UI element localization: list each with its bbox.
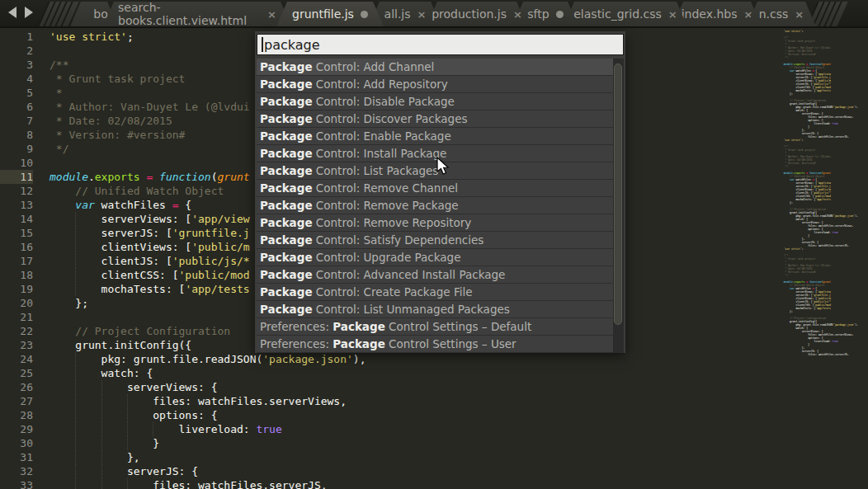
code-token: serverJS: { (50, 465, 198, 477)
code-token: 'public/m (191, 241, 249, 253)
palette-item[interactable]: Preferences: Package Control Settings – … (257, 336, 624, 353)
sublime-text-window: bosearch-books.client.view.html×gruntfil… (0, 0, 868, 489)
code-line[interactable]: 29 livereload: true (0, 422, 780, 436)
line-number: 25 (0, 366, 33, 380)
code-line[interactable]: 30 } (0, 436, 780, 450)
tab-elastic-grid-css[interactable]: elastic_grid.css× (564, 2, 687, 26)
palette-item-match: Package (260, 95, 313, 108)
palette-item-rest: Control: Upgrade Package (313, 251, 461, 264)
line-content: files: watchFiles.serverJS, (784, 353, 868, 356)
palette-item-match: Package (260, 60, 313, 73)
code-token: 'package.json' (262, 353, 353, 365)
palette-item-match: Package (260, 78, 313, 91)
palette-item[interactable]: Package Control: Enable Package (257, 128, 624, 145)
tab-bar: bosearch-books.client.view.html×gruntfil… (0, 0, 868, 28)
code-token: function (159, 171, 211, 183)
palette-item[interactable]: Package Control: List Packages (257, 162, 624, 180)
indent-guide (127, 394, 128, 408)
palette-item[interactable]: Package Control: Install Package (257, 145, 624, 162)
palette-item[interactable]: Package Control: Add Repository (257, 76, 624, 93)
palette-item-rest: Control Settings – Default (385, 320, 531, 333)
code-line[interactable]: 33 files: watchFiles.serverJS, (0, 478, 780, 489)
hidden-tabs-stack-right[interactable] (809, 2, 868, 26)
palette-item[interactable]: Package Control: Create Package File (257, 284, 624, 301)
code-line[interactable]: 26 serverViews: { (0, 380, 780, 394)
palette-item[interactable]: Package Control: List Unmanaged Packages (257, 301, 624, 318)
palette-item[interactable]: Package Control: Remove Package (257, 197, 624, 214)
command-palette-input[interactable]: package (257, 34, 624, 55)
tab-label: search-books.client.view.html (118, 1, 261, 27)
palette-item-rest: Control: Satisfy Dependencies (313, 233, 484, 247)
code-token: grunt (218, 171, 250, 183)
palette-item[interactable]: Package Control: Upgrade Package (257, 249, 624, 266)
modified-dot-icon[interactable] (361, 11, 368, 18)
tab-label: bo (93, 7, 107, 21)
palette-item-match: Package (260, 112, 313, 125)
indent-guide (75, 352, 76, 366)
code-line[interactable]: 31 }, (0, 450, 780, 464)
palette-item-match: Package (260, 303, 313, 316)
tab-index-hbs[interactable]: index.hbs× (672, 2, 762, 26)
palette-scrollbar-thumb[interactable] (614, 63, 622, 325)
line-number: 13 (0, 198, 33, 212)
minimap[interactable]: 'use strict';/** * Grunt task project * … (780, 30, 868, 489)
forward-arrow-icon[interactable] (25, 7, 33, 18)
close-icon[interactable]: × (668, 8, 677, 21)
close-icon[interactable]: × (267, 8, 276, 21)
tab-n-css[interactable]: n.css× (747, 2, 816, 26)
palette-item[interactable]: Preferences: Package Control Settings – … (257, 318, 624, 336)
code-token: true (256, 423, 281, 435)
palette-item[interactable]: Package Control: Disable Package (257, 93, 624, 110)
line-number: 26 (0, 380, 33, 394)
indent-guide (75, 254, 76, 268)
code-token: /** (50, 59, 68, 71)
code-line[interactable]: 27 files: watchFiles.serverViews, (0, 394, 780, 408)
code-line[interactable]: 24 pkg: grunt.file.readJSON('package.jso… (0, 352, 780, 366)
palette-item-rest: Control: List Packages (313, 164, 439, 177)
tab-label: all.js (384, 7, 411, 21)
palette-item-match: Package (260, 199, 313, 212)
code-token: clientViews: [ (50, 241, 191, 253)
tab-production-js[interactable]: production.js× (427, 2, 527, 26)
indent-guide (101, 478, 102, 489)
indent-guide (153, 422, 153, 436)
indent-guide (101, 422, 102, 436)
indent-guide (75, 268, 76, 282)
palette-item[interactable]: Package Control: Discover Packages (257, 110, 624, 128)
indent-guide (75, 240, 76, 254)
line-number: 22 (0, 324, 33, 338)
palette-item[interactable]: Package Control: Remove Channel (257, 180, 624, 197)
line-number: 28 (0, 408, 33, 422)
code-token: * Version: #version# (50, 129, 185, 141)
palette-scrollbar[interactable] (613, 59, 624, 353)
palette-item-rest: Control: Add Repository (313, 78, 448, 91)
indent-guide (101, 464, 102, 478)
palette-item[interactable]: Package Control: Remove Repository (257, 214, 624, 232)
back-arrow-icon[interactable] (8, 7, 17, 18)
palette-item-rest: Control: Disable Package (313, 95, 455, 108)
code-line[interactable]: 25 watch: { (0, 366, 780, 380)
palette-item[interactable]: Package Control: Satisfy Dependencies (257, 232, 624, 249)
line-number: 11 (0, 170, 33, 184)
palette-item[interactable]: Package Control: Advanced Install Packag… (257, 266, 624, 284)
code-token: * Author: Van-Duyet Le (@lvdui (50, 101, 250, 113)
modified-dot-icon[interactable] (556, 11, 564, 18)
line-number: 8 (0, 128, 33, 142)
indent-guide (75, 366, 76, 380)
palette-item-rest: Control: List Unmanaged Packages (313, 303, 510, 316)
code-token: 'public/mod (179, 269, 250, 281)
line-number: 9 (0, 142, 33, 156)
palette-item[interactable]: Package Control: Add Channel (257, 59, 624, 76)
code-line[interactable]: 28 options: { (0, 408, 780, 422)
text-caret (262, 37, 263, 52)
tab-search-books-client-view-html[interactable]: search-books.client.view.html× (103, 2, 291, 26)
line-number: 17 (0, 254, 33, 268)
indent-guide (101, 436, 102, 450)
code-token: files: watchFiles.serverJS, (50, 479, 328, 489)
indent-guide (101, 450, 102, 464)
code-line[interactable]: 32 serverJS: { (0, 464, 780, 478)
close-icon[interactable]: × (417, 8, 427, 21)
close-icon[interactable]: × (795, 8, 804, 21)
tab-label: n.css (759, 7, 789, 21)
tab-gruntfile-js[interactable]: gruntfile.js (276, 2, 384, 26)
